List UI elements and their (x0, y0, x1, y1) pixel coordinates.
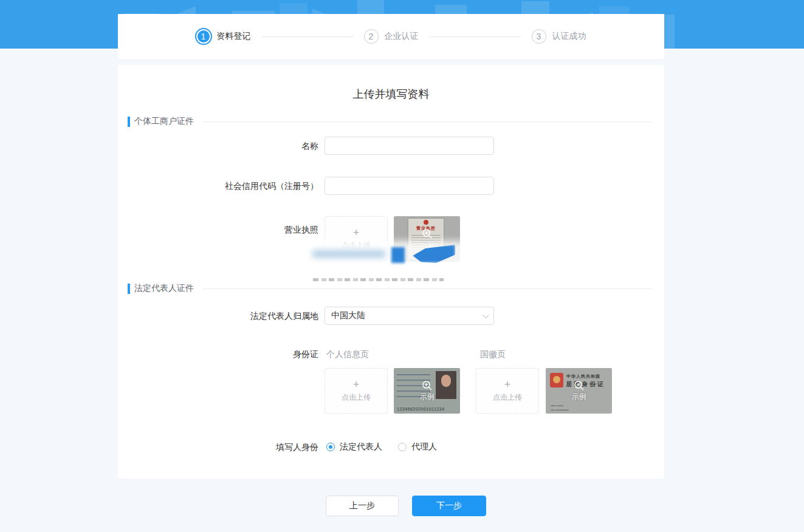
step-2-enterprise-certification: 2 企业认证 (364, 29, 419, 44)
step-connector (430, 36, 521, 37)
section-divider (202, 121, 652, 122)
sample-badge: 示例 (420, 240, 435, 250)
step-3-circle: 3 (532, 29, 546, 44)
idcard-back-label: 国徽页 (480, 345, 506, 363)
filler-identity-row: 填写人身份 法定代表人 代理人 (118, 438, 664, 456)
step-3-certification-success: 3 认证成功 (532, 29, 586, 44)
section-legal-representative-certificates: 法定代表人证件 (128, 283, 652, 294)
next-step-button[interactable]: 下一步 (412, 496, 486, 516)
step-2-label: 企业认证 (385, 31, 419, 42)
step-1-data-registration: 1 资料登记 (196, 29, 251, 44)
radio-legal-representative[interactable]: 法定代表人 (326, 438, 382, 456)
sample-badge: 示例 (572, 392, 586, 402)
credit-code-input[interactable] (325, 177, 494, 195)
step-3-label: 认证成功 (552, 31, 586, 42)
page-title: 上传并填写资料 (118, 87, 664, 101)
plus-icon: + (504, 379, 511, 390)
stepper-card: 1 资料登记 2 企业认证 3 认证成功 (118, 14, 664, 59)
radio-selected-icon (326, 443, 335, 451)
license-upload-box[interactable]: + 点击上传 (325, 216, 388, 262)
upload-hint-text: 点击上传 (342, 240, 371, 251)
step-1-label: 资料登记 (217, 31, 251, 42)
region-select[interactable]: 中国大陆 (325, 307, 494, 325)
idcard-back-sample-thumbnail[interactable]: 中华人民共和国 居民身份证 ▪▪▪▪ ▪▪▪▪▪ ▪▪▪ ▪▪▪▪▪▪▪▪▪▪ … (546, 368, 612, 414)
step-2-circle: 2 (364, 29, 379, 44)
radio-option-label: 法定代表人 (340, 442, 382, 452)
section-accent-bar (128, 284, 130, 294)
name-label: 名称 (118, 137, 318, 155)
idcard-front-upload-box[interactable]: + 点击上传 (325, 368, 388, 414)
step-connector (262, 36, 353, 37)
credit-code-label: 社会信用代码（注册号） (118, 177, 318, 195)
idcard-front-sample-thumbnail[interactable]: 123456202001011234 示例 (394, 368, 460, 414)
chevron-down-icon (483, 312, 489, 318)
form-card: 上传并填写资料 个体工商户证件 名称 社会信用代码（注册号） 营业执照 + 点击… (118, 65, 664, 479)
upload-hint-text: 点击上传 (493, 392, 522, 403)
section-divider (202, 288, 652, 289)
region-label: 法定代表人归属地 (118, 307, 318, 325)
idcard-front-label: 个人信息页 (326, 345, 369, 363)
radio-option-label: 代理人 (411, 442, 437, 452)
magnifier-icon (574, 380, 585, 391)
plus-icon: + (353, 379, 360, 390)
name-input[interactable] (325, 137, 494, 155)
section-accent-bar (128, 117, 130, 127)
sample-badge: 示例 (420, 392, 435, 402)
plus-icon: + (353, 227, 360, 238)
license-sample-thumbnail[interactable]: 营业执照 示例 (394, 216, 460, 262)
upload-hint-text: 点击上传 (342, 392, 371, 403)
magnifier-icon (422, 380, 433, 391)
section-title: 法定代表人证件 (134, 283, 194, 294)
radio-unselected-icon (398, 443, 407, 451)
filler-identity-label: 填写人身份 (118, 438, 318, 456)
clipped-hint-text (313, 278, 444, 281)
business-license-label: 营业执照 (118, 220, 318, 239)
region-selected-value: 中国大陆 (331, 310, 483, 321)
idcard-label: 身份证 (118, 345, 318, 363)
idcard-back-upload-box[interactable]: + 点击上传 (476, 368, 539, 414)
section-individual-business-certificates: 个体工商户证件 (128, 116, 652, 127)
radio-agent[interactable]: 代理人 (398, 438, 437, 456)
step-1-circle: 1 (198, 30, 210, 43)
previous-step-button[interactable]: 上一步 (326, 496, 399, 516)
magnifier-icon (422, 228, 433, 239)
section-title: 个体工商户证件 (134, 116, 194, 127)
stepper: 1 资料登记 2 企业认证 3 认证成功 (118, 14, 664, 59)
